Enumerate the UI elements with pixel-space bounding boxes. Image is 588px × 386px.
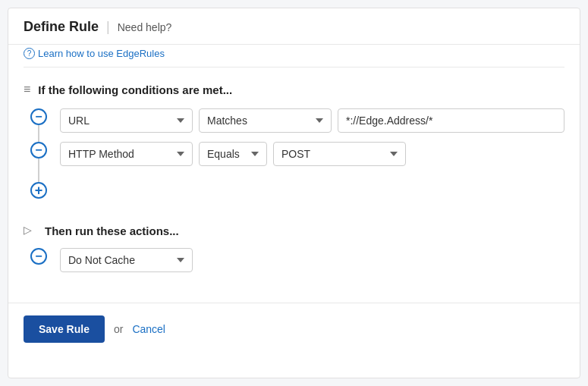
page-footer: Save Rule or Cancel <box>8 303 580 355</box>
page-container: Define Rule | Need help? ? Learn how to … <box>8 8 580 378</box>
conditions-title: If the following conditions are met... <box>38 83 232 96</box>
help-link-text: Learn how to use EdgeRules <box>38 48 165 59</box>
remove-condition-1-button[interactable]: − <box>30 108 47 125</box>
condition-row-2: − URL HTTP Method Request Header Matches… <box>24 142 564 166</box>
actions-section: ▷ Then run these actions... − Do Not Cac… <box>24 224 564 272</box>
then-play-icon: ▷ <box>24 224 37 237</box>
question-icon: ? <box>24 48 35 59</box>
header-divider: | <box>106 19 110 35</box>
page-header: Define Rule | Need help? <box>8 8 580 45</box>
add-condition-row: + <box>24 175 564 206</box>
conditions-header: ≡ If the following conditions are met... <box>24 83 564 96</box>
conditions-section: ≡ If the following conditions are met...… <box>24 83 564 206</box>
action-1-select[interactable]: Do Not Cache Cache Redirect Rewrite URL <box>60 248 193 272</box>
remove-action-1-button[interactable]: − <box>30 248 47 265</box>
save-rule-button[interactable]: Save Rule <box>24 315 105 343</box>
condition-1-field-select[interactable]: URL HTTP Method Request Header <box>60 108 193 133</box>
condition-row-1-fields: URL HTTP Method Request Header Matches D… <box>54 108 564 133</box>
condition-row-1: − URL HTTP Method Request Header Matches… <box>24 108 564 133</box>
condition-1-value-input[interactable] <box>338 108 564 133</box>
condition-row-2-fields: URL HTTP Method Request Header Matches D… <box>54 142 564 166</box>
condition-1-operator-select[interactable]: Matches Does Not Match Equals Does Not E… <box>199 108 332 133</box>
action-row-1: − Do Not Cache Cache Redirect Rewrite UR… <box>24 248 564 272</box>
condition-2-field-select[interactable]: URL HTTP Method Request Header <box>60 142 193 166</box>
condition-2-value-select[interactable]: GET POST PUT DELETE PATCH <box>273 142 406 166</box>
condition-2-operator-select[interactable]: Matches Does Not Match Equals Does Not E… <box>199 142 267 166</box>
or-label: or <box>114 323 123 335</box>
remove-condition-2-button[interactable]: − <box>30 142 47 158</box>
header-help-text: Need help? <box>118 21 172 33</box>
learn-edgerules-link[interactable]: ? Learn how to use EdgeRules <box>8 45 580 67</box>
conditions-list-icon: ≡ <box>24 83 30 96</box>
cancel-link[interactable]: Cancel <box>132 323 165 335</box>
page-title: Define Rule <box>24 19 99 35</box>
action-row-1-fields: Do Not Cache Cache Redirect Rewrite URL <box>54 248 564 272</box>
actions-header: ▷ Then run these actions... <box>24 224 564 237</box>
main-content: ≡ If the following conditions are met...… <box>8 67 580 297</box>
add-condition-button[interactable]: + <box>30 182 47 199</box>
actions-title: Then run these actions... <box>45 224 179 237</box>
